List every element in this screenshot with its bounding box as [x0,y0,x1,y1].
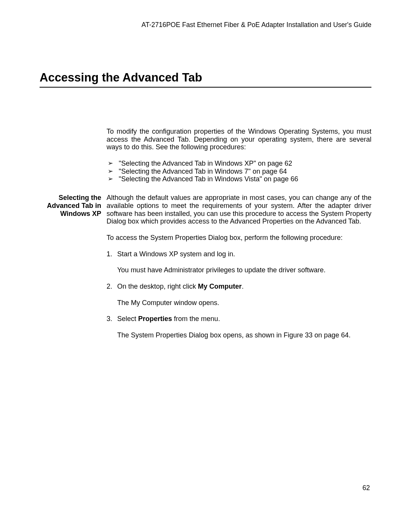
emphasis: My Computer [198,283,242,290]
step-item: 1. Start a Windows XP system and log in.… [107,250,371,274]
step-number: 3. [107,315,112,323]
step-number: 1. [107,250,112,258]
body-column: To modify the configuration properties o… [107,128,371,339]
section-para: To access the System Properties Dialog b… [107,234,371,242]
page: AT-2716POE Fast Ethernet Fiber & PoE Ada… [40,21,371,348]
step-note: The My Computer window opens. [117,299,371,307]
step-item: 3. Select Properties from the menu. The … [107,315,371,339]
numbered-steps: 1. Start a Windows XP system and log in.… [107,250,371,339]
section: Selecting the Advanced Tab in Windows XP… [107,194,371,339]
step-note: The System Properties Dialog box opens, … [117,331,371,339]
section-heading: Selecting the Advanced Tab in Windows XP [40,194,101,217]
page-number: 62 [363,484,370,492]
step-item: 2. On the desktop, right click My Comput… [107,283,371,307]
emphasis: Properties [138,315,172,323]
section-para: Although the default values are appropri… [107,194,371,225]
step-number: 2. [107,283,112,291]
step-text: On the desktop, right click My Computer. [117,283,244,290]
bullet-item: "Selecting the Advanced Tab in Windows 7… [107,168,371,176]
step-text: Select Properties from the menu. [117,315,220,323]
step-text: Start a Windows XP system and log in. [117,250,235,258]
running-header: AT-2716POE Fast Ethernet Fiber & PoE Ada… [40,21,371,29]
page-title: Accessing the Advanced Tab [40,71,371,88]
step-note: You must have Administrator privileges t… [117,266,371,274]
intro-para: To modify the configuration properties o… [107,128,371,151]
bullet-item: "Selecting the Advanced Tab in Windows V… [107,175,371,183]
bullet-item: "Selecting the Advanced Tab in Windows X… [107,160,371,168]
bullet-list: "Selecting the Advanced Tab in Windows X… [107,160,371,183]
